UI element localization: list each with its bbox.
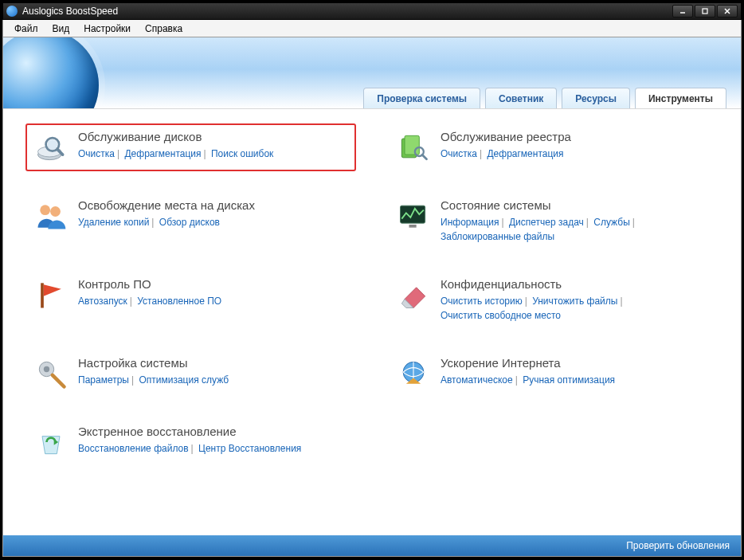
svg-point-14: [50, 206, 61, 217]
tool-system-tweak: Настройка системы Параметры| Оптимизация…: [25, 350, 356, 397]
link-dup-remove[interactable]: Удаление копий: [78, 217, 149, 228]
link-wipe-free[interactable]: Очистить свободное место: [441, 310, 561, 321]
tool-title: Обслуживание дисков: [78, 130, 273, 143]
link-params[interactable]: Параметры: [78, 374, 129, 386]
tool-title: Ускорение Интернета: [441, 356, 615, 370]
tool-recovery: Экстренное восстановление Восстановление…: [25, 418, 356, 466]
svg-point-13: [40, 205, 50, 215]
tab-advisor[interactable]: Советник: [485, 88, 557, 108]
link-taskmgr[interactable]: Диспетчер задач: [509, 217, 584, 228]
link-shred[interactable]: Уничтожить файлы: [532, 296, 617, 307]
menu-file[interactable]: Файл: [8, 22, 45, 36]
disk-magnifier-icon: [33, 130, 69, 165]
registry-icon: [396, 130, 431, 165]
link-startup[interactable]: Автозапуск: [78, 296, 127, 307]
recycle-recovery-icon: [33, 425, 69, 460]
tab-system-check[interactable]: Проверка системы: [363, 88, 480, 108]
svg-point-7: [47, 139, 57, 150]
menubar: Файл Вид Настройки Справка: [2, 20, 742, 37]
tool-system-state: Состояние системы Информация| Диспетчер …: [388, 192, 719, 250]
tool-title: Экстренное восстановление: [78, 425, 301, 438]
tab-tools[interactable]: Инструменты: [635, 88, 726, 108]
link-disk-explorer[interactable]: Обзор дисков: [159, 217, 220, 228]
eraser-icon: [396, 277, 431, 312]
header-banner: Проверка системы Советник Ресурсы Инстру…: [3, 37, 741, 109]
link-reg-clean[interactable]: Очистка: [441, 148, 477, 159]
tool-disk-maintenance: Обслуживание дисков Очистка| Дефрагмента…: [25, 123, 356, 171]
link-file-recovery[interactable]: Восстановление файлов: [78, 443, 189, 454]
tool-software-control: Контроль ПО Автозапуск| Установленное ПО: [25, 271, 356, 329]
tab-resources[interactable]: Ресурсы: [562, 88, 630, 108]
tool-registry-maintenance: Обслуживание реестра Очистка| Дефрагмент…: [388, 123, 719, 171]
link-locked-files[interactable]: Заблокированные файлы: [441, 231, 554, 242]
tool-title: Настройка системы: [78, 356, 229, 370]
close-button[interactable]: [717, 5, 738, 18]
flag-software-icon: [33, 277, 69, 312]
tool-title: Конфиденциальность: [441, 277, 625, 291]
tool-title: Контроль ПО: [78, 277, 221, 291]
svg-rect-1: [703, 9, 707, 14]
tool-free-space: Освобождение места на дисках Удаление ко…: [25, 192, 356, 250]
tool-title: Обслуживание реестра: [441, 130, 571, 143]
svg-point-19: [44, 366, 49, 372]
link-disk-clean[interactable]: Очистка: [78, 148, 115, 159]
statusbar: Проверить обновления: [3, 535, 741, 556]
menu-settings[interactable]: Настройки: [77, 22, 137, 36]
gear-wrench-icon: [33, 356, 69, 391]
globe-icon: [3, 37, 99, 109]
menu-help[interactable]: Справка: [139, 22, 189, 36]
app-icon: [6, 6, 18, 17]
tool-title: Освобождение места на дисках: [78, 198, 255, 212]
link-installed[interactable]: Установленное ПО: [137, 296, 221, 307]
tool-privacy: Конфиденциальность Очистить историю| Уни…: [388, 271, 719, 329]
link-disk-defrag[interactable]: Дефрагментация: [124, 148, 201, 159]
tool-title: Состояние системы: [441, 198, 637, 212]
link-info[interactable]: Информация: [441, 217, 499, 228]
main-tabs: Проверка системы Советник Ресурсы Инстру…: [363, 88, 726, 108]
link-services[interactable]: Службы: [593, 217, 629, 228]
check-updates-link[interactable]: Проверить обновления: [626, 540, 730, 551]
link-reg-defrag[interactable]: Дефрагментация: [487, 148, 563, 159]
link-disk-errors[interactable]: Поиск ошибок: [211, 148, 273, 159]
svg-rect-17: [41, 283, 44, 307]
svg-rect-10: [405, 135, 419, 155]
minimize-button[interactable]: [672, 5, 693, 18]
tools-grid: Обслуживание дисков Очистка| Дефрагмента…: [3, 109, 741, 535]
link-manual[interactable]: Ручная оптимизация: [523, 374, 615, 386]
svg-line-12: [422, 155, 427, 159]
duplicate-users-icon: [33, 198, 69, 233]
main-window: Проверка системы Советник Ресурсы Инстру…: [2, 37, 742, 557]
link-clear-history[interactable]: Очистить историю: [441, 296, 523, 307]
menu-view[interactable]: Вид: [46, 22, 76, 36]
empty-cell: [388, 418, 719, 466]
chart-monitor-icon: [396, 198, 431, 233]
link-auto[interactable]: Автоматическое: [441, 374, 513, 386]
titlebar: Auslogics BoostSpeed: [2, 2, 742, 20]
maximize-button[interactable]: [695, 5, 715, 18]
globe-speed-icon: [396, 356, 431, 391]
link-rescue-center[interactable]: Центр Восстановления: [198, 443, 301, 454]
window-title: Auslogics BoostSpeed: [22, 6, 672, 17]
link-service-opt[interactable]: Оптимизация служб: [139, 374, 229, 386]
tool-internet-speed: Ускорение Интернета Автоматическое| Ручн…: [388, 350, 719, 397]
svg-rect-16: [409, 225, 417, 228]
